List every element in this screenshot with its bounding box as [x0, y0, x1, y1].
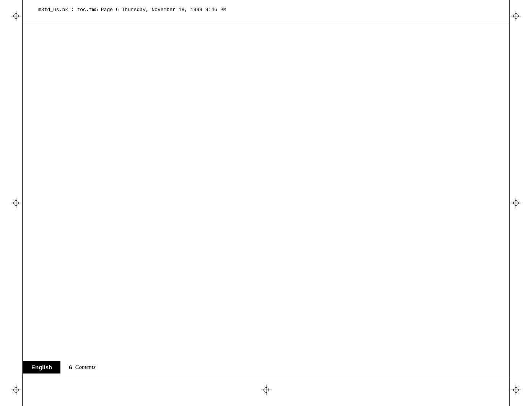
crosshair-bot-center [261, 385, 272, 395]
footer-area: English 6 Contents [23, 361, 509, 374]
crosshair-bot-right [511, 385, 521, 395]
header-text: m3td_us.bk : toc.fm5 Page 6 Thursday, No… [38, 7, 226, 13]
crosshair-mid-right [511, 198, 521, 208]
page-number: 6 [69, 364, 72, 370]
crosshair-top-left [11, 11, 21, 21]
left-border [22, 0, 23, 406]
header-rule [23, 23, 509, 23]
crosshair-top-right [511, 11, 521, 21]
footer-rule [23, 379, 509, 379]
section-label: Contents [75, 364, 96, 370]
page-container: m3td_us.bk : toc.fm5 Page 6 Thursday, No… [0, 0, 532, 406]
right-border [509, 0, 510, 406]
crosshair-bot-left [11, 385, 21, 395]
crosshair-mid-left [11, 198, 21, 208]
language-badge: English [23, 361, 60, 374]
